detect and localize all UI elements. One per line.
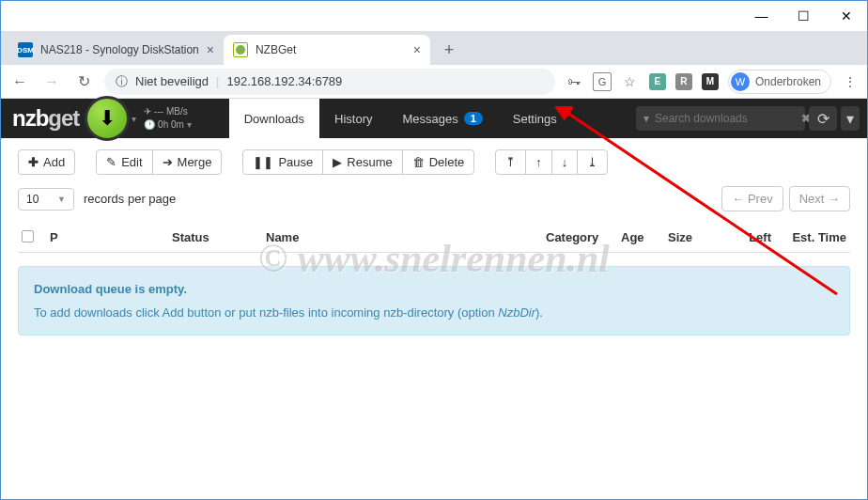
- favicon-dsm: DSM: [18, 42, 33, 57]
- pause-button[interactable]: ❚❚Pause: [242, 149, 323, 175]
- download-arrow-icon: ⬇: [99, 106, 116, 131]
- address-bar-row: ← → ↻ ⓘ Niet beveiligd | 192.168.192.34:…: [1, 65, 867, 99]
- chevron-down-icon: ▼: [57, 195, 66, 204]
- tab-history[interactable]: History: [319, 99, 387, 138]
- col-status[interactable]: Status: [172, 230, 266, 244]
- browser-tab-1[interactable]: NZBGet ×: [224, 35, 430, 65]
- col-priority[interactable]: P: [50, 230, 172, 244]
- chevron-down-icon[interactable]: ▾: [187, 119, 192, 130]
- refresh-button[interactable]: ⟳: [809, 106, 837, 131]
- pause-icon: ❚❚: [253, 155, 273, 169]
- window-minimize[interactable]: —: [740, 3, 783, 29]
- merge-icon: ➔: [163, 155, 173, 169]
- play-icon: ▶: [333, 155, 342, 169]
- col-size[interactable]: Size: [668, 230, 724, 244]
- download-indicator[interactable]: ⬇: [85, 96, 130, 141]
- key-icon[interactable]: 🗝: [565, 72, 583, 91]
- empty-queue-notice: Download queue is empty. To add download…: [18, 266, 850, 336]
- arrow-up-icon: ↑: [535, 155, 542, 169]
- close-icon[interactable]: ×: [413, 42, 421, 57]
- info-icon[interactable]: ⓘ: [116, 73, 128, 90]
- move-top-button[interactable]: ⤒: [495, 149, 526, 175]
- move-bottom-button[interactable]: ⤓: [577, 149, 608, 175]
- profile-label: Onderbroken: [755, 75, 821, 88]
- reload-button[interactable]: ↻: [72, 70, 95, 93]
- table-header: P Status Name Category Age Size Left Est…: [18, 223, 850, 253]
- dropdown-button[interactable]: ▾: [841, 106, 860, 131]
- window-close[interactable]: ✕: [825, 3, 867, 29]
- chevron-down-icon[interactable]: ▾: [132, 114, 136, 124]
- favicon-nzb: [233, 42, 248, 57]
- window-maximize[interactable]: ☐: [783, 3, 825, 29]
- clock-icon: 🕐: [144, 119, 155, 130]
- tab-title: NAS218 - Synology DiskStation: [40, 43, 199, 56]
- url-text: 192.168.192.34:6789: [226, 74, 342, 88]
- col-est-time[interactable]: Est. Time: [771, 230, 846, 244]
- forward-button[interactable]: →: [40, 70, 63, 93]
- empty-body: To add downloads click Add button or put…: [34, 305, 834, 320]
- extension-r-icon[interactable]: R: [675, 73, 692, 90]
- add-button[interactable]: ✚Add: [18, 149, 75, 175]
- col-age[interactable]: Age: [621, 230, 668, 244]
- tab-messages[interactable]: Messages 1: [387, 99, 497, 138]
- prev-button[interactable]: ← Prev: [721, 186, 783, 211]
- col-left[interactable]: Left: [724, 230, 771, 244]
- app-logo[interactable]: nzbget: [12, 105, 79, 132]
- translate-icon[interactable]: G: [593, 72, 612, 91]
- delete-button[interactable]: 🗑Delete: [402, 149, 475, 175]
- bookmark-star-icon[interactable]: ☆: [621, 72, 640, 91]
- logo-nzb: nzb: [12, 105, 48, 131]
- records-select[interactable]: 10▼: [18, 188, 74, 211]
- messages-badge: 1: [464, 112, 483, 125]
- browser-tab-0[interactable]: DSM NAS218 - Synology DiskStation ×: [8, 35, 224, 65]
- empty-title: Download queue is empty.: [34, 282, 834, 296]
- browser-tabs: DSM NAS218 - Synology DiskStation × NZBG…: [1, 31, 867, 65]
- avatar: W: [731, 72, 750, 91]
- resume-button[interactable]: ▶Resume: [322, 149, 402, 175]
- trash-icon: 🗑: [412, 155, 425, 169]
- col-name[interactable]: Name: [266, 230, 546, 244]
- arrow-down-icon: ↓: [562, 155, 568, 169]
- next-button[interactable]: Next →: [789, 186, 850, 211]
- status-block: ✈ --- MB/s 🕐 0h 0m ▾: [144, 105, 191, 132]
- select-all-checkbox[interactable]: [22, 230, 34, 242]
- speed-text: --- MB/s: [154, 106, 188, 117]
- tab-settings[interactable]: Settings: [498, 99, 572, 138]
- search-input[interactable]: [655, 112, 796, 125]
- tab-downloads[interactable]: Downloads: [229, 99, 319, 138]
- address-bar[interactable]: ⓘ Niet beveiligd | 192.168.192.34:6789: [104, 69, 555, 95]
- back-button[interactable]: ←: [8, 70, 31, 93]
- move-down-button[interactable]: ↓: [551, 149, 579, 175]
- tab-messages-label: Messages: [402, 112, 457, 126]
- records-label: records per page: [84, 192, 176, 206]
- profile-button[interactable]: W Onderbroken: [728, 70, 831, 94]
- arrow-top-icon: ⤒: [505, 155, 516, 169]
- edit-button[interactable]: ✎Edit: [96, 149, 152, 175]
- close-icon[interactable]: ×: [207, 42, 214, 57]
- new-tab-button[interactable]: +: [436, 37, 462, 63]
- app-header: nzbget ⬇ ▾ ✈ --- MB/s 🕐 0h 0m ▾ Download…: [1, 99, 867, 138]
- merge-button[interactable]: ➔Merge: [152, 149, 223, 175]
- col-category[interactable]: Category: [546, 230, 621, 244]
- tab-title: NZBGet: [256, 43, 296, 56]
- chevron-down-icon[interactable]: ▾: [643, 112, 649, 125]
- arrow-bottom-icon: ⤓: [587, 155, 597, 169]
- plus-icon: ✚: [28, 155, 39, 169]
- menu-icon[interactable]: ⋮: [841, 72, 860, 91]
- plane-icon: ✈: [144, 106, 151, 117]
- edit-icon: ✎: [106, 155, 116, 169]
- security-status: Niet beveiligd: [135, 74, 209, 88]
- search-box[interactable]: ▾ ✖: [636, 106, 805, 131]
- toolbar: ✚Add ✎Edit ➔Merge ❚❚Pause ▶Resume 🗑Delet…: [18, 149, 850, 175]
- logo-get: get: [48, 105, 79, 131]
- extension-e-icon[interactable]: E: [649, 73, 666, 90]
- time-text: 0h 0m: [158, 119, 184, 130]
- move-up-button[interactable]: ↑: [525, 149, 552, 175]
- extension-m-icon[interactable]: M: [702, 73, 719, 90]
